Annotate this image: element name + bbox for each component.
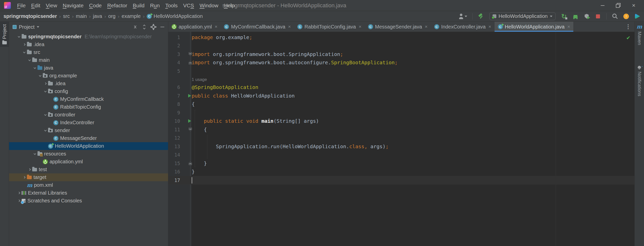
coverage-button[interactable] [584,13,590,19]
tree-item-indexcontroller[interactable]: CIndexController [9,119,168,127]
hide-button[interactable] [160,24,165,29]
usage-hint[interactable]: 1 usage [192,77,207,82]
expand-chevron-icon[interactable] [17,200,21,202]
debug-button[interactable] [572,13,578,19]
build-button[interactable] [478,13,484,19]
code-with-me-button[interactable] [634,13,640,19]
expand-chevron-icon[interactable] [32,68,37,69]
tree-item-pom-xml[interactable]: mpom.xml [9,181,168,189]
stop-button[interactable] [595,13,601,19]
tab-messagesender-java[interactable]: CMessageSender.java× [365,22,431,32]
fold-region-start-icon[interactable] [189,128,192,131]
tree-item-scratches-and-consoles[interactable]: Scratches and Consoles [9,197,168,205]
tool-stripe-notifications[interactable]: Notifications [637,63,642,99]
collaboration-button[interactable] [458,13,464,19]
fold-region-end-icon[interactable] [189,161,192,165]
expand-chevron-icon[interactable] [17,192,21,194]
tree-item-messagesender[interactable]: CMessageSender [9,134,168,142]
close-button[interactable] [626,0,641,11]
close-icon[interactable]: × [288,24,291,29]
chevron-down-icon[interactable] [37,26,39,28]
menu-navigate[interactable]: Navigate [60,2,86,10]
tree-item-src[interactable]: src [9,48,168,56]
breadcrumb-java[interactable]: java [93,13,102,19]
expand-chevron-icon[interactable] [17,36,21,37]
tree-item-myconfirmcallback[interactable]: CMyConfirmCallback [9,95,168,103]
tree-item-idea[interactable]: .idea [9,80,168,87]
run-line-icon[interactable] [188,94,191,98]
tab-application-yml[interactable]: application.yml× [168,22,221,32]
expand-chevron-icon[interactable] [22,44,27,45]
tree-item-main[interactable]: main [9,56,168,64]
breadcrumb-example[interactable]: example [122,13,141,19]
restore-button[interactable] [610,0,626,11]
tool-stripe-maven[interactable]: mMaven [636,22,642,47]
tree-item-springrmqtopicsender[interactable]: springrmqtopicsenderE:\learn\springrmqto… [9,33,168,41]
menu-tools[interactable]: Tools [163,2,180,10]
tab-indexcontroller-java[interactable]: CIndexController.java× [431,22,495,32]
breadcrumb-org[interactable]: org [108,13,115,19]
tree-item-sender[interactable]: sender [9,127,168,134]
tree-item-java[interactable]: java [9,64,168,72]
menu-edit[interactable]: Edit [28,2,43,10]
expand-chevron-icon[interactable] [43,91,48,92]
breadcrumb-main[interactable]: main [76,13,87,19]
tab-myconfirmcallback-java[interactable]: CMyConfirmCallback.java× [221,22,294,32]
fold-region-start-icon[interactable] [189,52,192,56]
tree-item-application-yml[interactable]: application.yml [9,158,168,166]
expand-chevron-icon[interactable] [43,83,48,84]
tree-item-config[interactable]: config [9,87,168,95]
inspections-ok-icon[interactable] [626,35,630,41]
breadcrumb-src[interactable]: src [63,13,70,19]
search-button[interactable] [612,13,618,19]
menu-view[interactable]: View [43,2,60,10]
expand-button[interactable] [133,24,138,29]
close-icon[interactable]: × [359,24,361,29]
expand-chevron-icon[interactable] [43,114,48,115]
menu-code[interactable]: Code [86,2,104,10]
tree-item-test[interactable]: test [9,166,168,173]
menu-vcs[interactable]: VCS [180,2,197,10]
run-config-combo[interactable]: HelloWorldApplication [489,12,556,20]
menu-refactor[interactable]: Refactor [104,2,130,10]
collapse-button[interactable] [142,24,147,29]
update-button[interactable] [623,13,629,19]
tree-item-external-libraries[interactable]: External Libraries [9,189,168,197]
breadcrumb-springrmqtopicsender[interactable]: springrmqtopicsender [4,13,57,19]
rerun-button[interactable] [561,13,567,19]
fold-region-end-icon[interactable] [189,61,192,65]
tab-list-menu-icon[interactable] [622,23,634,30]
close-icon[interactable]: × [567,24,570,29]
close-icon[interactable]: × [489,24,491,29]
menu-file[interactable]: File [14,2,28,10]
menu-build[interactable]: Build [130,2,147,10]
chevron-down-icon[interactable] [465,16,467,17]
breadcrumb-helloworldapplication[interactable]: CHelloWorldApplication [147,13,203,19]
tab-rabbittopicconfig-java[interactable]: CRabbitTopicConfig.java× [294,22,365,32]
close-icon[interactable]: × [425,24,428,29]
tree-item-rabbittopicconfig[interactable]: CRabbitTopicConfig [9,103,168,111]
tab-helloworldapplication-java[interactable]: CHelloWorldApplication.java× [495,22,574,32]
tree-item-idea[interactable]: .idea [9,41,168,48]
tree-item-resources[interactable]: resources [9,150,168,158]
tree-item-controller[interactable]: controller [9,111,168,119]
code-editor[interactable]: 1package org.example;23import org.spring… [168,32,634,246]
expand-chevron-icon[interactable] [38,75,43,76]
expand-chevron-icon[interactable] [22,176,27,178]
expand-chevron-icon[interactable] [32,153,37,155]
run-line-icon[interactable] [188,119,191,123]
expand-chevron-icon[interactable] [27,169,32,170]
project-panel-title[interactable]: Project [19,24,34,30]
tree-item-org-example[interactable]: org.example [9,72,168,80]
tool-stripe-project[interactable]: Project [0,22,9,47]
menu-run[interactable]: Run [147,2,163,10]
minimize-button[interactable] [595,0,610,11]
expand-chevron-icon[interactable] [27,60,32,61]
settings-button[interactable] [151,24,156,29]
menu-window[interactable]: Window [197,2,221,10]
tree-item-target[interactable]: target [9,173,168,181]
tree-item-helloworldapplication[interactable]: CHelloWorldApplication [9,142,168,150]
expand-chevron-icon[interactable] [43,130,48,131]
close-icon[interactable]: × [215,24,217,29]
expand-chevron-icon[interactable] [22,52,27,53]
